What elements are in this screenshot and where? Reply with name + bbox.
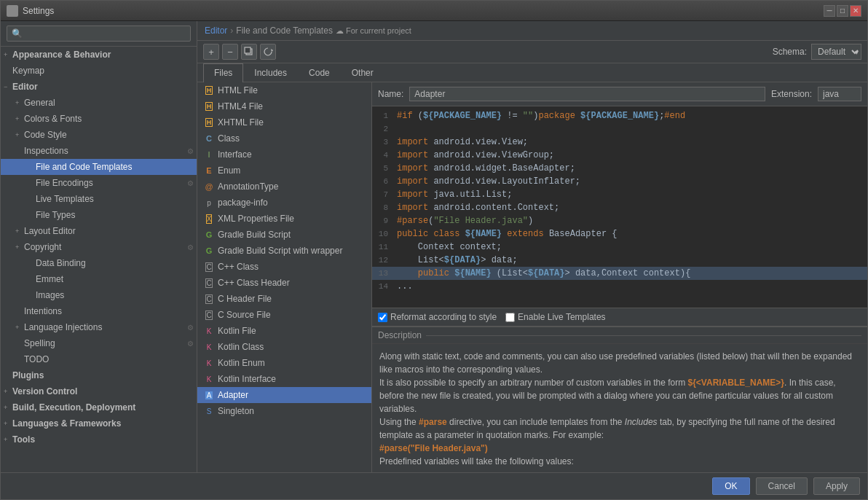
- maximize-button[interactable]: □: [837, 5, 848, 17]
- sidebar-label-codestyle: Code Style: [24, 130, 67, 140]
- tab-code[interactable]: Code: [298, 63, 341, 82]
- template-item-cpp-class-header[interactable]: C C++ Class Header: [197, 275, 371, 291]
- svg-marker-2: [271, 49, 273, 52]
- template-item-kotlin-file[interactable]: K Kotlin File: [197, 323, 371, 339]
- template-item-html4-file[interactable]: H HTML4 File: [197, 98, 371, 114]
- ok-button[interactable]: OK: [712, 477, 749, 495]
- sidebar-item-editor[interactable]: − Editor: [1, 79, 197, 95]
- code-panel: Name: Extension: 1 #if (${PACKAGE_NAME} …: [372, 82, 867, 472]
- reformat-checkbox[interactable]: [378, 313, 387, 322]
- expand-arrow-fct: [27, 163, 36, 171]
- template-item-c-source-file[interactable]: C C Source File: [197, 307, 371, 323]
- live-templates-checkbox[interactable]: [505, 313, 515, 322]
- template-item-gradle-wrapper[interactable]: G Gradle Build Script with wrapper: [197, 243, 371, 259]
- sidebar-item-todo[interactable]: TODO: [1, 351, 197, 367]
- copy-template-button[interactable]: [241, 44, 257, 60]
- breadcrumb-editor: Editor: [205, 26, 227, 36]
- sidebar-item-file-types[interactable]: File Types: [1, 207, 197, 223]
- template-label: HTML File: [218, 85, 258, 95]
- schema-dropdown[interactable]: Default Project: [811, 44, 861, 60]
- template-item-xhtml-file[interactable]: H XHTML File: [197, 114, 371, 130]
- sidebar-item-file-code-templates[interactable]: File and Code Templates: [1, 159, 197, 175]
- sidebar-item-appearance[interactable]: + Appearance & Behavior: [1, 47, 197, 63]
- template-item-kotlin-interface[interactable]: K Kotlin Interface: [197, 371, 371, 387]
- tab-includes[interactable]: Includes: [243, 63, 298, 82]
- expand-arrow-vc: +: [4, 388, 12, 395]
- line-content: import java.util.List;: [394, 188, 867, 201]
- expand-arrow-sp: [15, 340, 24, 347]
- sidebar-item-version-control[interactable]: + Version Control: [1, 383, 197, 399]
- code-editor[interactable]: 1 #if (${PACKAGE_NAME} != "")package ${P…: [372, 106, 867, 308]
- extension-input[interactable]: [818, 87, 861, 101]
- minimize-button[interactable]: ─: [824, 5, 835, 17]
- template-item-gradle-build[interactable]: G Gradle Build Script: [197, 227, 371, 243]
- template-item-html-file[interactable]: H HTML File: [197, 82, 371, 98]
- template-item-enum[interactable]: E Enum: [197, 163, 371, 179]
- sidebar-item-plugins[interactable]: Plugins: [1, 367, 197, 383]
- sidebar-item-images[interactable]: Images: [1, 287, 197, 303]
- template-item-cpp-class[interactable]: C C++ Class: [197, 259, 371, 275]
- gradle-wrapper-icon: G: [203, 245, 215, 257]
- settings-window: Settings ─ □ ✕ + Appearance & Behavior K…: [0, 0, 868, 500]
- template-label: Kotlin Class: [218, 342, 264, 352]
- window-title: Settings: [23, 6, 824, 16]
- options-row: Reformat according to style Enable Live …: [372, 308, 867, 327]
- reset-icon: [263, 47, 273, 57]
- sidebar-item-build-execution[interactable]: + Build, Execution, Deployment: [1, 399, 197, 415]
- sidebar-item-inspections[interactable]: Inspections ⚙: [1, 143, 197, 159]
- sidebar-item-code-style[interactable]: + Code Style: [1, 127, 197, 143]
- template-item-singleton[interactable]: S Singleton: [197, 403, 371, 419]
- expand-arrow-db: [27, 259, 36, 267]
- c-header-icon: C: [203, 293, 215, 305]
- template-item-package-info[interactable]: p package-info: [197, 195, 371, 211]
- sidebar-label-pl: Plugins: [12, 370, 44, 380]
- apply-button[interactable]: Apply: [813, 477, 860, 495]
- sidebar-label-editor: Editor: [12, 82, 38, 92]
- line-number: 13: [372, 267, 394, 280]
- template-item-kotlin-enum[interactable]: K Kotlin Enum: [197, 355, 371, 371]
- cancel-button[interactable]: Cancel: [756, 477, 808, 495]
- sidebar-item-emmet[interactable]: Emmet: [1, 271, 197, 287]
- sidebar-item-general[interactable]: + General: [1, 95, 197, 111]
- sidebar-item-live-templates[interactable]: Live Templates: [1, 191, 197, 207]
- add-template-button[interactable]: +: [203, 44, 219, 60]
- template-item-annotation-type[interactable]: @ AnnotationType: [197, 179, 371, 195]
- expand-arrow-editor: −: [4, 83, 12, 90]
- description-content: Along with static text, code and comment…: [372, 344, 867, 472]
- sidebar-label-inspections: Inspections: [24, 146, 68, 156]
- singleton-icon: S: [203, 405, 215, 417]
- c-source-icon: C: [203, 309, 215, 321]
- sidebar-item-tools[interactable]: + Tools: [1, 431, 197, 448]
- template-item-kotlin-class[interactable]: K Kotlin Class: [197, 339, 371, 355]
- sidebar-label-tools: Tools: [12, 434, 35, 445]
- reset-template-button[interactable]: [260, 44, 276, 60]
- sidebar-label-img: Images: [36, 290, 64, 300]
- sidebar-item-keymap[interactable]: Keymap: [1, 63, 197, 79]
- sidebar-item-layout-editor[interactable]: + Layout Editor: [1, 223, 197, 239]
- template-item-xml-props[interactable]: X XML Properties File: [197, 211, 371, 227]
- sidebar-item-lang-inject[interactable]: + Language Injections ⚙: [1, 319, 197, 335]
- template-item-interface[interactable]: I Interface: [197, 147, 371, 163]
- sidebar-item-intentions[interactable]: Intentions: [1, 303, 197, 319]
- sidebar-item-file-encodings[interactable]: File Encodings ⚙: [1, 175, 197, 191]
- search-input[interactable]: [7, 26, 191, 42]
- template-label: C++ Class Header: [218, 278, 290, 288]
- remove-template-button[interactable]: −: [222, 44, 238, 60]
- template-item-adapter[interactable]: A Adapter: [197, 387, 371, 403]
- enum-icon: E: [203, 165, 215, 176]
- sidebar-item-spelling[interactable]: Spelling ⚙: [1, 335, 197, 351]
- template-item-c-header-file[interactable]: C C Header File: [197, 291, 371, 307]
- sidebar-item-data-binding[interactable]: Data Binding: [1, 255, 197, 271]
- sidebar-item-copyright[interactable]: + Copyright ⚙: [1, 239, 197, 255]
- tab-other[interactable]: Other: [341, 63, 384, 82]
- close-button[interactable]: ✕: [850, 5, 861, 17]
- line-content: #if (${PACKAGE_NAME} != "")package ${PAC…: [394, 109, 867, 122]
- tab-files[interactable]: Files: [203, 63, 243, 82]
- sidebar-label-em: Emmet: [36, 274, 63, 284]
- template-label: Enum: [218, 165, 240, 176]
- template-item-class[interactable]: C Class: [197, 130, 371, 147]
- svg-rect-1: [245, 47, 250, 53]
- sidebar-item-colors-fonts[interactable]: + Colors & Fonts: [1, 111, 197, 127]
- name-input[interactable]: [409, 87, 765, 101]
- sidebar-item-languages[interactable]: + Languages & Frameworks: [1, 415, 197, 431]
